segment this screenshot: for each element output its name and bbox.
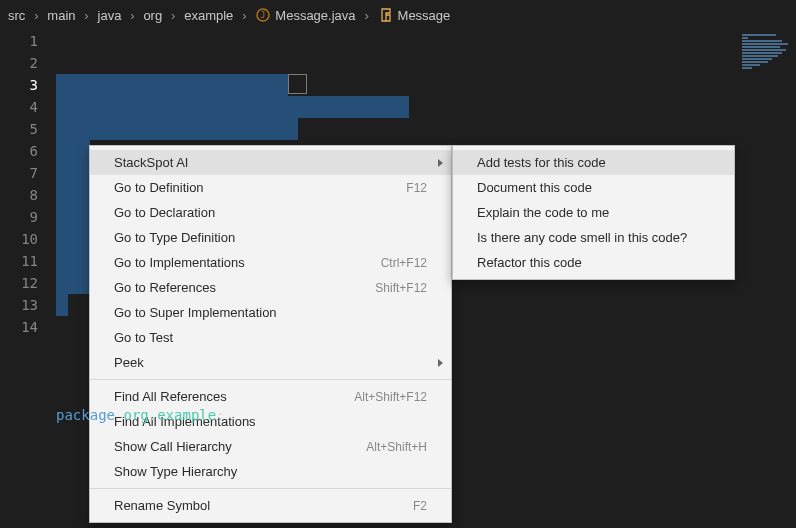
breadcrumb-symbol[interactable]: Message (398, 8, 451, 23)
menu-item-shortcut: F2 (413, 499, 427, 513)
menu-item-go-to-references[interactable]: Go to References Shift+F12 (90, 275, 451, 300)
submenu-item-code-smell[interactable]: Is there any code smell in this code? (453, 225, 734, 250)
menu-item-go-to-definition[interactable]: Go to Definition F12 (90, 175, 451, 200)
line-number: 1 (0, 30, 38, 52)
class-symbol-icon (378, 7, 394, 24)
menu-item-shortcut: Alt+Shift+F12 (354, 390, 427, 404)
breadcrumb-item[interactable]: example (184, 8, 233, 23)
menu-item-label: Go to Definition (114, 180, 204, 195)
chevron-right-icon: › (80, 8, 94, 23)
menu-item-go-to-super-implementation[interactable]: Go to Super Implementation (90, 300, 451, 325)
breadcrumb-item[interactable]: main (47, 8, 75, 23)
menu-item-label: Rename Symbol (114, 498, 210, 513)
svg-text:J: J (261, 11, 266, 20)
line-number: 13 (0, 294, 38, 316)
line-number: 6 (0, 140, 38, 162)
menu-item-shortcut: Ctrl+F12 (381, 256, 427, 270)
submenu-item-refactor[interactable]: Refactor this code (453, 250, 734, 275)
line-number: 10 (0, 228, 38, 250)
menu-item-label: Refactor this code (477, 255, 582, 270)
menu-item-label: Find All References (114, 389, 227, 404)
breadcrumb-item[interactable]: java (98, 8, 122, 23)
line-number: 3 (0, 74, 38, 96)
line-number: 8 (0, 184, 38, 206)
menu-item-show-type-hierarchy[interactable]: Show Type Hierarchy (90, 459, 451, 484)
menu-item-shortcut: F12 (406, 181, 427, 195)
line-number: 7 (0, 162, 38, 184)
chevron-right-icon: › (29, 8, 43, 23)
submenu-item-document-code[interactable]: Document this code (453, 175, 734, 200)
line-number: 11 (0, 250, 38, 272)
menu-item-shortcut: Shift+F12 (375, 281, 427, 295)
submenu-item-add-tests[interactable]: Add tests for this code (453, 150, 734, 175)
line-number: 2 (0, 52, 38, 74)
breadcrumb-item[interactable]: org (143, 8, 162, 23)
chevron-right-icon: › (125, 8, 139, 23)
context-submenu: Add tests for this code Document this co… (452, 145, 735, 280)
line-number: 12 (0, 272, 38, 294)
menu-item-go-to-declaration[interactable]: Go to Declaration (90, 200, 451, 225)
breadcrumb: src › main › java › org › example › J Me… (0, 0, 796, 30)
context-menu: StackSpot AI Go to Definition F12 Go to … (89, 145, 452, 523)
menu-item-stackspot-ai[interactable]: StackSpot AI (90, 150, 451, 175)
menu-item-rename-symbol[interactable]: Rename Symbol F2 (90, 493, 451, 518)
menu-item-show-call-hierarchy[interactable]: Show Call Hierarchy Alt+Shift+H (90, 434, 451, 459)
breadcrumb-item[interactable]: src (8, 8, 25, 23)
menu-item-go-to-type-definition[interactable]: Go to Type Definition (90, 225, 451, 250)
menu-item-label: Go to Implementations (114, 255, 245, 270)
menu-item-go-to-test[interactable]: Go to Test (90, 325, 451, 350)
line-number: 4 (0, 96, 38, 118)
submenu-item-explain-code[interactable]: Explain the code to me (453, 200, 734, 225)
menu-item-label: Go to Test (114, 330, 173, 345)
breadcrumb-file[interactable]: Message.java (275, 8, 355, 23)
chevron-right-icon: › (237, 8, 251, 23)
menu-item-label: Show Call Hierarchy (114, 439, 232, 454)
chevron-right-icon: › (166, 8, 180, 23)
menu-item-label: Explain the code to me (477, 205, 609, 220)
chevron-right-icon: › (360, 8, 374, 23)
menu-item-label: Document this code (477, 180, 592, 195)
line-number: 9 (0, 206, 38, 228)
submenu-arrow-icon (438, 359, 443, 367)
submenu-arrow-icon (438, 159, 443, 167)
menu-item-label: Peek (114, 355, 144, 370)
menu-separator (90, 379, 451, 380)
minimap[interactable] (736, 30, 796, 230)
menu-item-label: Go to Type Definition (114, 230, 235, 245)
menu-item-label: Add tests for this code (477, 155, 606, 170)
menu-item-label: Is there any code smell in this code? (477, 230, 687, 245)
line-number-gutter: 1 2 3 4 5 6 7 8 9 10 11 12 13 14 (0, 30, 56, 528)
menu-item-label: Go to References (114, 280, 216, 295)
menu-item-label: StackSpot AI (114, 155, 188, 170)
menu-item-label: Go to Declaration (114, 205, 215, 220)
line-number: 5 (0, 118, 38, 140)
java-file-icon: J (255, 7, 271, 24)
menu-item-label: Go to Super Implementation (114, 305, 277, 320)
line-number: 14 (0, 316, 38, 338)
menu-item-label: Show Type Hierarchy (114, 464, 237, 479)
menu-item-go-to-implementations[interactable]: Go to Implementations Ctrl+F12 (90, 250, 451, 275)
menu-item-peek[interactable]: Peek (90, 350, 451, 375)
menu-separator (90, 488, 451, 489)
menu-item-find-all-references[interactable]: Find All References Alt+Shift+F12 (90, 384, 451, 409)
menu-item-shortcut: Alt+Shift+H (366, 440, 427, 454)
